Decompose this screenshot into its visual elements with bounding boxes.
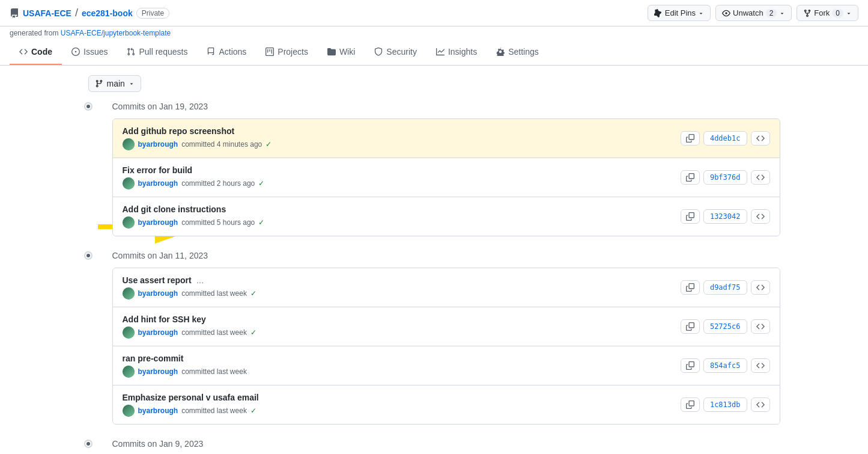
commit-list-jan19: Add github repo screenshot byarbrough co…: [112, 118, 780, 236]
commit-hash-link[interactable]: 52725c6: [703, 319, 747, 334]
branch-selector[interactable]: main: [88, 75, 141, 92]
tab-security-label: Security: [386, 47, 417, 57]
browse-icon: [756, 173, 765, 182]
commit-info: Use assert report … byarbrough committed…: [123, 275, 681, 299]
commit-author[interactable]: byarbrough: [138, 179, 178, 188]
commit-author[interactable]: byarbrough: [138, 406, 178, 415]
edit-pins-button[interactable]: Edit Pins: [648, 5, 711, 21]
browse-files-button[interactable]: [751, 131, 770, 146]
commit-hash-link[interactable]: 9bf376d: [703, 170, 747, 185]
copy-hash-button[interactable]: [681, 209, 700, 224]
org-name-link[interactable]: USAFA-ECE: [23, 8, 71, 18]
repo-breadcrumb: USAFA-ECE / ece281-book Private: [10, 7, 169, 19]
commit-group-header-jan9: Commits on Jan 9, 2023: [112, 439, 780, 449]
tab-code[interactable]: Code: [10, 40, 62, 65]
browse-icon: [756, 283, 765, 292]
commit-hash-link[interactable]: 4ddeb1c: [703, 131, 747, 146]
commit-author[interactable]: byarbrough: [138, 328, 178, 337]
browse-files-button[interactable]: [751, 209, 770, 224]
chevron-down-icon: [698, 10, 704, 16]
commit-title: Add github repo screenshot: [123, 126, 681, 136]
browse-files-button[interactable]: [751, 397, 770, 412]
fork-button[interactable]: Fork 0: [797, 5, 858, 21]
commit-list-jan11: Use assert report … byarbrough committed…: [112, 268, 780, 425]
tab-settings-label: Settings: [508, 47, 539, 57]
unwatch-count: 2: [766, 9, 777, 17]
commit-author[interactable]: byarbrough: [138, 218, 178, 227]
tab-projects[interactable]: Projects: [256, 40, 318, 65]
commit-meta: byarbrough committed 2 hours ago ✓: [123, 177, 681, 189]
timeline-dot: [84, 251, 93, 260]
commit-time: committed last week: [181, 289, 247, 298]
tab-issues[interactable]: Issues: [62, 40, 117, 65]
tab-actions[interactable]: Actions: [197, 40, 256, 65]
pin-icon: [654, 9, 663, 17]
generated-from: generated from USAFA-ECE/jupyterbook-tem…: [0, 26, 868, 37]
tab-pr-label: Pull requests: [139, 47, 187, 57]
repo-name-link[interactable]: ece281-book: [82, 8, 133, 18]
tab-insights[interactable]: Insights: [426, 40, 487, 65]
browse-files-button[interactable]: [751, 280, 770, 295]
copy-hash-button[interactable]: [681, 358, 700, 373]
commit-actions: 854afc5: [681, 358, 770, 373]
commit-meta: byarbrough committed last week ✓: [123, 405, 681, 417]
copy-hash-button[interactable]: [681, 319, 700, 334]
commit-actions: 1323042: [681, 209, 770, 224]
commit-hash-link[interactable]: d9adf75: [703, 280, 747, 295]
commit-author[interactable]: byarbrough: [138, 367, 178, 376]
copy-icon: [686, 173, 694, 182]
settings-icon: [496, 48, 505, 56]
commit-hash-link[interactable]: 1c813db: [703, 397, 747, 412]
unwatch-label: Unwatch: [733, 8, 763, 17]
fork-count: 0: [832, 9, 843, 17]
tab-wiki[interactable]: Wiki: [318, 40, 365, 65]
commit-group-jan11: Commits on Jan 11, 2023 Use assert repor…: [112, 251, 780, 425]
commit-author[interactable]: byarbrough: [138, 289, 178, 298]
fork-icon: [803, 9, 812, 17]
avatar: [123, 327, 135, 339]
commit-actions: 1c813db: [681, 397, 770, 412]
visibility-badge: Private: [136, 8, 169, 19]
commit-info: ran pre-commit byarbrough committed last…: [123, 354, 681, 378]
browse-files-button[interactable]: [751, 319, 770, 334]
copy-icon: [686, 134, 694, 143]
commit-time: committed last week: [181, 406, 247, 415]
browse-files-button[interactable]: [751, 358, 770, 373]
copy-hash-button[interactable]: [681, 397, 700, 412]
commit-timeline: Commits on Jan 19, 2023 Add github repo …: [88, 102, 780, 449]
commit-author[interactable]: byarbrough: [138, 140, 178, 149]
template-link[interactable]: USAFA-ECE/jupyterbook-template: [61, 29, 171, 37]
copy-hash-button[interactable]: [681, 131, 700, 146]
verified-icon: ✓: [250, 289, 256, 298]
copy-icon: [686, 212, 694, 221]
commit-meta: byarbrough committed 5 hours ago ✓: [123, 216, 681, 229]
tab-pull-requests[interactable]: Pull requests: [117, 40, 197, 65]
copy-hash-button[interactable]: [681, 170, 700, 185]
browse-icon: [756, 322, 765, 331]
commit-meta: byarbrough committed last week: [123, 366, 681, 378]
commit-time: committed last week: [181, 367, 247, 376]
copy-icon: [686, 400, 694, 409]
commit-item: Emphasize personal v usafa email byarbro…: [113, 385, 780, 424]
commit-actions: 9bf376d: [681, 170, 770, 185]
browse-icon: [756, 361, 765, 370]
commit-info: Add git clone instructions byarbrough co…: [123, 204, 681, 229]
commit-hash-link[interactable]: 854afc5: [703, 358, 747, 373]
verified-icon: ✓: [258, 218, 264, 227]
tab-settings[interactable]: Settings: [487, 40, 548, 65]
commit-info: Emphasize personal v usafa email byarbro…: [123, 393, 681, 417]
unwatch-button[interactable]: Unwatch 2: [715, 5, 792, 21]
avatar: [123, 405, 135, 417]
browse-files-button[interactable]: [751, 170, 770, 185]
commit-title: Emphasize personal v usafa email: [123, 393, 681, 402]
verified-icon: ✓: [266, 140, 272, 149]
copy-icon: [686, 322, 694, 331]
commit-title: Add git clone instructions: [123, 204, 681, 214]
copy-hash-button[interactable]: [681, 280, 700, 295]
commit-hash-link[interactable]: 1323042: [703, 209, 747, 224]
pr-icon: [127, 48, 135, 56]
browse-icon: [756, 134, 765, 143]
avatar: [123, 177, 135, 189]
tab-security[interactable]: Security: [365, 40, 426, 65]
commit-actions: 4ddeb1c: [681, 131, 770, 146]
